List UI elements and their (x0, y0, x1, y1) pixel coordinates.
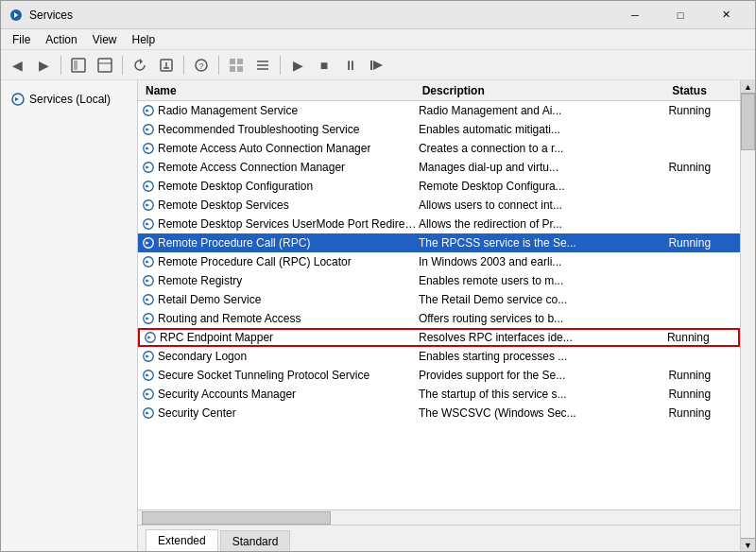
stop-button[interactable]: ■ (312, 53, 336, 78)
scrollbar-thumb-vertical[interactable] (741, 94, 755, 150)
service-icon (144, 331, 157, 344)
svg-rect-12 (237, 59, 243, 64)
service-name: Routing and Remote Access (158, 312, 301, 325)
cell-desc: Creates a connection to a r... (419, 142, 669, 155)
show-hide-scope-button[interactable] (93, 53, 117, 78)
cell-status: Running (668, 406, 740, 420)
col-header-status: Status (668, 84, 740, 97)
service-status: Running (668, 369, 711, 382)
show-hide-console-button[interactable] (66, 53, 91, 78)
table-row[interactable]: Remote Registry Enables remote users to … (138, 271, 740, 290)
toolbar: ◀ ▶ ? ▶ ■ ⏸ (1, 50, 755, 80)
table-row[interactable]: Remote Access Auto Connection Manager Cr… (138, 139, 740, 158)
service-name: Secure Socket Tunneling Protocol Service (158, 369, 369, 382)
service-desc: Manages dial-up and virtu... (419, 161, 558, 174)
tab-standard[interactable]: Standard (220, 530, 291, 551)
service-name: Remote Procedure Call (RPC) (158, 236, 310, 250)
service-name: Recommended Troubleshooting Service (158, 123, 359, 136)
menu-view[interactable]: View (85, 29, 125, 50)
maximize-button[interactable]: □ (659, 1, 702, 29)
cell-desc: Allows the redirection of Pr... (419, 217, 669, 231)
table-row[interactable]: Remote Procedure Call (RPC) Locator In W… (138, 252, 740, 271)
table-row[interactable]: Secondary Logon Enables starting process… (138, 347, 740, 366)
scrollbar-thumb-horizontal[interactable] (142, 511, 331, 525)
back-button[interactable]: ◀ (5, 53, 29, 78)
service-status: Running (667, 331, 710, 344)
cell-name: Remote Access Connection Manager (142, 161, 419, 174)
help-button[interactable]: ? (189, 53, 214, 78)
service-desc: Provides support for the Se... (419, 369, 565, 382)
cell-name: Routing and Remote Access (142, 312, 419, 325)
service-name: Retail Demo Service (158, 293, 261, 306)
service-desc: Enables starting processes ... (419, 350, 567, 363)
service-desc: Radio Management and Ai... (419, 104, 561, 117)
cell-desc: Enables remote users to m... (419, 274, 669, 287)
table-row[interactable]: Secure Socket Tunneling Protocol Service… (138, 366, 740, 385)
service-desc: Offers routing services to b... (419, 312, 563, 325)
service-name: Security Accounts Manager (158, 388, 296, 401)
cell-desc: Remote Desktop Configura... (419, 180, 669, 193)
cell-desc: Resolves RPC interfaces ide... (419, 331, 667, 344)
service-name: Remote Procedure Call (RPC) Locator (158, 255, 352, 268)
table-row[interactable]: RPC Endpoint Mapper Resolves RPC interfa… (138, 328, 740, 347)
table-row[interactable]: Remote Procedure Call (RPC) The RPCSS se… (138, 233, 740, 252)
cell-status: Running (668, 104, 740, 117)
service-status: Running (668, 236, 711, 250)
close-button[interactable]: ✕ (704, 1, 747, 29)
table-row[interactable]: Retail Demo Service The Retail Demo serv… (138, 290, 740, 309)
col-header-desc: Description (419, 84, 668, 97)
table-row[interactable]: Radio Management Service Radio Managemen… (138, 101, 740, 120)
service-name: Radio Management Service (158, 104, 298, 117)
service-desc: Enables remote users to m... (419, 274, 563, 287)
main-panel: Name Description Status Radio Management… (138, 80, 740, 551)
table-row[interactable]: Remote Access Connection Manager Manages… (138, 158, 740, 177)
service-name: Remote Desktop Services UserMode Port Re… (158, 217, 419, 231)
sidebar-item-services-local[interactable]: Services (Local) (5, 88, 133, 111)
cell-name: Security Accounts Manager (142, 388, 419, 401)
service-icon (142, 312, 155, 325)
table-row[interactable]: Security Accounts Manager The startup of… (138, 385, 740, 404)
console-view-button[interactable] (224, 53, 249, 78)
menu-help[interactable]: Help (125, 29, 163, 50)
service-icon (142, 123, 155, 136)
horizontal-scrollbar[interactable] (138, 509, 740, 525)
cell-desc: The startup of this service s... (419, 388, 669, 401)
refresh-button[interactable] (128, 53, 152, 78)
detail-view-button[interactable] (250, 53, 275, 78)
vertical-scrollbar[interactable]: ▲ ▼ (740, 80, 755, 551)
scroll-up-button[interactable]: ▲ (741, 80, 755, 94)
table-row[interactable]: Recommended Troubleshooting Service Enab… (138, 120, 740, 139)
tab-extended[interactable]: Extended (146, 529, 218, 551)
table-row[interactable]: Remote Desktop Services Allows users to … (138, 196, 740, 215)
pause-button[interactable]: ⏸ (338, 53, 363, 78)
table-body[interactable]: Radio Management Service Radio Managemen… (138, 101, 740, 508)
cell-desc: Enables automatic mitigati... (419, 123, 669, 136)
service-name: Security Center (158, 406, 236, 420)
table-row[interactable]: Routing and Remote Access Offers routing… (138, 309, 740, 328)
export-button[interactable] (154, 53, 179, 78)
start-button[interactable]: ▶ (285, 53, 310, 78)
service-name: Remote Desktop Configuration (158, 180, 313, 193)
table-row[interactable]: Security Center The WSCSVC (Windows Sec.… (138, 404, 740, 423)
minimize-button[interactable]: ─ (613, 1, 657, 29)
forward-button[interactable]: ▶ (31, 53, 56, 78)
cell-desc: The Retail Demo service co... (419, 293, 669, 306)
cell-name: Remote Procedure Call (RPC) (142, 236, 419, 250)
service-status: Running (668, 104, 711, 117)
separator-4 (218, 56, 219, 75)
cell-name: Remote Registry (142, 274, 419, 287)
restart-button[interactable] (365, 53, 389, 78)
cell-name: RPC Endpoint Mapper (144, 331, 419, 344)
menu-file[interactable]: File (5, 29, 38, 50)
service-icon (142, 293, 155, 306)
cell-status: Running (667, 331, 738, 344)
menu-bar: File Action View Help (1, 29, 755, 50)
cell-name: Secondary Logon (142, 350, 419, 363)
menu-action[interactable]: Action (38, 29, 84, 50)
scroll-down-button[interactable]: ▼ (741, 538, 755, 551)
service-icon (142, 236, 155, 250)
service-desc: The WSCSVC (Windows Sec... (419, 406, 576, 420)
service-icon (142, 406, 155, 420)
table-row[interactable]: Remote Desktop Services UserMode Port Re… (138, 215, 740, 233)
table-row[interactable]: Remote Desktop Configuration Remote Desk… (138, 177, 740, 196)
